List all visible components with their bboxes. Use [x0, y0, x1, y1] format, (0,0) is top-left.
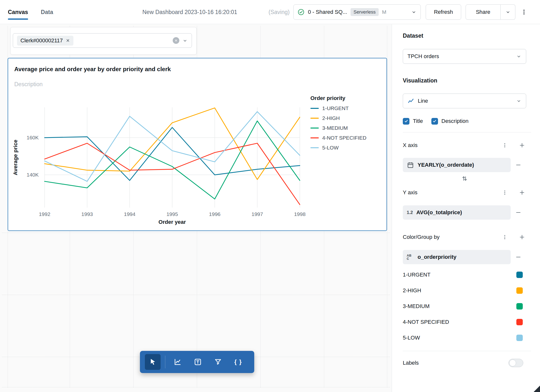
labels-toggle[interactable] — [508, 359, 523, 367]
canvas-toolbar: { } — [140, 351, 254, 373]
tab-canvas-label: Canvas — [8, 9, 28, 15]
chart-widget[interactable]: 1992199319941995199619971998160K140KOrde… — [8, 58, 387, 231]
color-group-field-row: AB C o_orderpriority — [403, 250, 526, 264]
numeric-field-icon: 1.2 — [407, 210, 413, 215]
series-color-row[interactable]: 3-MEDIUM — [403, 298, 526, 314]
line-chart-icon — [407, 98, 414, 104]
series-color-row[interactable]: 2-HIGH — [403, 283, 526, 298]
calendar-icon — [407, 161, 414, 169]
kebab-menu-icon — [502, 234, 507, 240]
filter-chip-label: Clerk#000002117 — [20, 37, 63, 44]
clear-circle-icon[interactable] — [173, 37, 179, 44]
color-group-menu-button[interactable] — [501, 233, 509, 241]
cursor-icon — [149, 358, 157, 366]
y-axis-field-row: 1.2 AVG(o_totalprice) — [403, 205, 526, 220]
refresh-button[interactable]: Refresh — [426, 4, 461, 20]
labels-section-label: Labels — [403, 360, 419, 366]
visualization-select-value: Line — [418, 98, 428, 104]
add-y-axis-field-button[interactable] — [518, 188, 526, 197]
tab-canvas[interactable]: Canvas — [8, 9, 28, 16]
add-filter-tool-button[interactable] — [210, 354, 226, 370]
view-tabs: Canvas Data — [8, 0, 53, 24]
series-color-swatch[interactable] — [516, 319, 523, 325]
series-color-row[interactable]: 5-LOW — [403, 330, 526, 346]
warehouse-size: M — [382, 9, 387, 15]
dataset-select[interactable]: TPCH orders — [403, 49, 526, 64]
series-color-row[interactable]: 4-NOT SPECIFIED — [403, 314, 526, 330]
x-axis-field-row: YEARLY(o_orderdate) — [403, 158, 526, 172]
x-axis-menu-button[interactable] — [501, 141, 509, 149]
remove-x-axis-field-button[interactable] — [514, 161, 523, 169]
share-split-button: Share — [466, 4, 515, 20]
legend-label: 3-MEDIUM — [322, 125, 348, 131]
legend-swatch — [310, 118, 319, 119]
remove-y-axis-field-button[interactable] — [514, 208, 523, 217]
check-circle-icon — [298, 9, 304, 16]
description-checkbox[interactable]: Description — [431, 118, 469, 125]
legend-swatch — [310, 137, 319, 138]
legend-swatch — [310, 108, 319, 109]
legend-label: 2-HIGH — [322, 115, 340, 121]
svg-text:140K: 140K — [27, 172, 39, 178]
series-name: 3-MEDIUM — [403, 303, 430, 310]
color-group-section-label: Color/Group by — [403, 234, 439, 240]
plus-icon — [519, 142, 525, 148]
series-color-swatch[interactable] — [516, 303, 523, 310]
series-color-row[interactable]: 1-URGENT — [403, 267, 526, 283]
resize-corner — [534, 386, 540, 392]
close-icon[interactable] — [66, 38, 70, 43]
remove-color-group-field-button[interactable] — [514, 253, 523, 261]
series-name: 4-NOT SPECIFIED — [403, 319, 449, 325]
x-axis-field-pill[interactable]: YEARLY(o_orderdate) — [403, 158, 511, 172]
description-checkbox-label: Description — [441, 118, 469, 124]
series-color-swatch[interactable] — [516, 272, 523, 278]
code-tool-button[interactable]: { } — [230, 354, 246, 370]
share-button[interactable]: Share — [466, 4, 501, 20]
add-color-group-field-button[interactable] — [518, 233, 526, 241]
y-axis-section-header: Y axis — [403, 189, 526, 196]
add-text-tool-button[interactable] — [190, 354, 206, 370]
svg-text:Order year: Order year — [158, 219, 186, 225]
share-dropdown-button[interactable] — [501, 4, 515, 20]
series-name: 5-LOW — [403, 335, 420, 341]
title-checkbox[interactable]: Title — [403, 118, 423, 125]
series-name: 1-URGENT — [403, 272, 430, 278]
color-group-field-pill[interactable]: AB C o_orderpriority — [403, 250, 511, 264]
warehouse-type-badge: Serverless — [351, 8, 379, 16]
braces-icon: { } — [234, 359, 242, 365]
plus-icon — [519, 234, 525, 240]
toolbar-divider — [165, 356, 165, 368]
legend-item: 2-HIGH — [310, 115, 366, 121]
checkbox-checked-icon — [403, 118, 409, 125]
x-axis-section-label: X axis — [403, 142, 418, 148]
swap-axes-icon[interactable] — [461, 175, 468, 182]
dashboard-canvas[interactable]: Clerk#000002117 199219931994199519961997… — [0, 24, 392, 392]
series-color-swatch[interactable] — [516, 335, 523, 341]
filter-widget[interactable]: Clerk#000002117 — [10, 27, 197, 55]
warehouse-selector[interactable]: 0 - Shared SQ... Serverless M — [293, 4, 421, 20]
y-axis-field-pill[interactable]: 1.2 AVG(o_totalprice) — [403, 205, 511, 220]
clerk-filter-combobox[interactable]: Clerk#000002117 — [13, 33, 192, 48]
tab-data[interactable]: Data — [41, 9, 53, 16]
chevron-down-icon — [411, 9, 417, 15]
legend-item: 4-NOT SPECIFIED — [310, 135, 366, 141]
overflow-menu-button[interactable] — [517, 4, 531, 20]
chart-description-placeholder[interactable]: Description — [14, 81, 43, 88]
checkbox-checked-icon — [431, 118, 438, 125]
color-group-section-header: Color/Group by — [403, 234, 526, 241]
svg-text:1997: 1997 — [252, 211, 263, 217]
svg-text:Average price: Average price — [12, 140, 18, 175]
dashboard-title[interactable]: New Dashboard 2023-10-16 16:20:01 — [142, 0, 237, 24]
y-axis-menu-button[interactable] — [501, 188, 509, 197]
visualization-heading: Visualization — [403, 77, 526, 84]
add-visualization-tool-button[interactable] — [170, 354, 186, 370]
title-checkbox-label: Title — [413, 118, 423, 124]
select-tool-button[interactable] — [145, 354, 161, 370]
visualization-select[interactable]: Line — [403, 94, 526, 108]
chevron-down-icon[interactable] — [182, 38, 188, 43]
filter-value-chip[interactable]: Clerk#000002117 — [17, 36, 73, 46]
chevron-down-icon — [505, 9, 511, 15]
legend-title: Order priority — [310, 95, 366, 101]
series-color-swatch[interactable] — [516, 287, 523, 294]
add-x-axis-field-button[interactable] — [518, 141, 526, 149]
